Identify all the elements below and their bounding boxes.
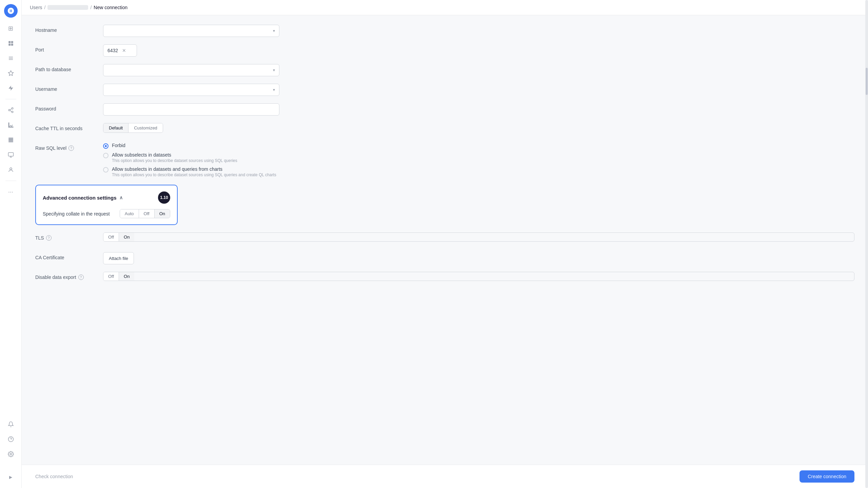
disable-export-help-icon[interactable]: ?	[78, 274, 84, 280]
tls-help-icon[interactable]: ?	[46, 235, 52, 241]
raw-sql-forbid-option[interactable]: Forbid	[103, 143, 854, 149]
tls-off-btn[interactable]: Off	[103, 233, 119, 241]
advanced-settings-chevron-icon[interactable]: ∧	[119, 195, 123, 200]
tls-row: TLS ? Off On	[35, 232, 854, 245]
hostname-row: Hostname ▾	[35, 25, 854, 37]
disable-export-off-btn[interactable]: Off	[103, 272, 119, 281]
hostname-label: Hostname	[35, 25, 103, 33]
help-circle-icon[interactable]	[4, 432, 18, 446]
port-value-display[interactable]: 6432 ✕	[103, 44, 137, 57]
raw-sql-label: Raw SQL level ?	[35, 143, 103, 151]
raw-sql-allow-subselects-option[interactable]: Allow subselects in datasets This option…	[103, 152, 854, 163]
raw-sql-forbid-radio	[103, 143, 108, 149]
settings-icon[interactable]	[4, 447, 18, 461]
password-row: Password	[35, 103, 854, 116]
footer-bar: Check connection Create connection	[22, 465, 868, 488]
more-icon[interactable]: ···	[4, 185, 18, 199]
raw-sql-forbid-label: Forbid	[112, 143, 125, 148]
form-content: Hostname ▾ Port 6432 ✕ Pa	[22, 15, 868, 488]
connect-icon[interactable]	[4, 103, 18, 117]
username-label: Username	[35, 84, 103, 92]
collate-off-btn[interactable]: Off	[139, 209, 155, 218]
collate-label: Specifying collate in the request	[43, 211, 114, 217]
disable-export-on-btn[interactable]: On	[119, 272, 134, 281]
username-chevron-icon: ▾	[273, 87, 275, 92]
port-label: Port	[35, 44, 103, 53]
raw-sql-allow-charts-label: Allow subselects in datasets and queries…	[112, 166, 276, 172]
breadcrumb-org	[47, 5, 88, 10]
dashboard-icon[interactable]	[4, 37, 18, 50]
disable-export-toggle-group: Off On	[103, 272, 854, 281]
raw-sql-allow-charts-option[interactable]: Allow subselects in datasets and queries…	[103, 166, 854, 177]
port-clear-icon[interactable]: ✕	[122, 48, 126, 53]
scrollbar[interactable]	[865, 0, 868, 488]
svg-point-5	[12, 108, 13, 109]
password-input[interactable]	[103, 103, 279, 116]
path-row: Path to database ▾	[35, 64, 854, 76]
advanced-settings-header: Advanced connection settings ∧ 1.10	[43, 191, 170, 204]
star-icon[interactable]	[4, 66, 18, 80]
lightning-icon[interactable]	[4, 81, 18, 95]
raw-sql-help-icon[interactable]: ?	[68, 145, 74, 151]
breadcrumb: Users / / New connection	[22, 0, 868, 15]
password-control	[103, 103, 854, 116]
collection-icon[interactable]	[4, 52, 18, 65]
main-content: Users / / New connection Hostname ▾ Port…	[22, 0, 868, 488]
ca-certificate-row: CA Certificate Attach file	[35, 252, 854, 264]
cache-ttl-customized-btn[interactable]: Customized	[129, 123, 163, 133]
create-connection-button[interactable]: Create connection	[800, 470, 854, 483]
raw-sql-control: Forbid Allow subselects in datasets This…	[103, 143, 854, 177]
sidebar: ⊞ ···	[0, 0, 22, 488]
svg-point-7	[12, 111, 13, 113]
attach-file-button[interactable]: Attach file	[103, 252, 134, 264]
tls-control: Off On	[103, 232, 854, 242]
raw-sql-allow-subselects-desc: This option allows you to describe datas…	[112, 158, 237, 163]
username-control: ▾	[103, 84, 854, 96]
app-logo[interactable]	[4, 4, 18, 18]
sidebar-nav: ⊞ ···	[4, 22, 18, 416]
collate-on-btn[interactable]: On	[155, 209, 170, 218]
raw-sql-allow-charts-desc: This option allows you to describe datas…	[112, 172, 276, 177]
svg-rect-2	[8, 44, 11, 46]
raw-sql-allow-subselects-radio	[103, 153, 108, 158]
chart-icon[interactable]	[4, 118, 18, 132]
breadcrumb-users[interactable]: Users	[30, 5, 42, 10]
disable-export-control: Off On	[103, 272, 854, 281]
grid-icon[interactable]: ⊞	[4, 22, 18, 35]
disable-export-label: Disable data export ?	[35, 272, 103, 280]
cache-ttl-toggle-group: Default Customized	[103, 123, 163, 133]
tls-toggle-group: Off On	[103, 232, 854, 242]
cache-ttl-row: Cache TTL in seconds Default Customized	[35, 123, 854, 135]
table-icon[interactable]	[4, 133, 18, 147]
raw-sql-radio-group: Forbid Allow subselects in datasets This…	[103, 143, 854, 177]
cache-ttl-default-btn[interactable]: Default	[103, 123, 129, 133]
breadcrumb-sep2: /	[90, 5, 92, 10]
port-number: 6432	[107, 48, 118, 53]
svg-line-9	[10, 109, 12, 110]
hostname-select[interactable]: ▾	[103, 25, 279, 37]
ca-certificate-control: Attach file	[103, 252, 854, 264]
user-circle-icon[interactable]	[4, 163, 18, 177]
cache-ttl-control: Default Customized	[103, 123, 854, 133]
raw-sql-allow-subselects-label: Allow subselects in datasets	[112, 152, 237, 158]
disable-export-row: Disable data export ? Off On	[35, 272, 854, 284]
expand-icon[interactable]: ▶	[4, 470, 18, 484]
check-connection-button[interactable]: Check connection	[35, 474, 73, 479]
bell-icon[interactable]	[4, 418, 18, 431]
raw-sql-allow-charts-radio	[103, 167, 108, 172]
sidebar-bottom: ▶	[4, 418, 18, 484]
username-select[interactable]: ▾	[103, 84, 279, 96]
port-row: Port 6432 ✕	[35, 44, 854, 57]
svg-rect-3	[11, 44, 13, 46]
collate-auto-btn[interactable]: Auto	[120, 209, 139, 218]
port-input-group: 6432 ✕	[103, 44, 854, 57]
port-control: 6432 ✕	[103, 44, 854, 57]
svg-point-13	[10, 168, 12, 170]
monitor-icon[interactable]	[4, 148, 18, 162]
tls-on-btn[interactable]: On	[119, 233, 134, 241]
cache-ttl-label: Cache TTL in seconds	[35, 123, 103, 131]
svg-marker-4	[8, 71, 13, 76]
password-label: Password	[35, 103, 103, 111]
path-select[interactable]: ▾	[103, 64, 279, 76]
advanced-settings-title: Advanced connection settings ∧	[43, 195, 123, 201]
